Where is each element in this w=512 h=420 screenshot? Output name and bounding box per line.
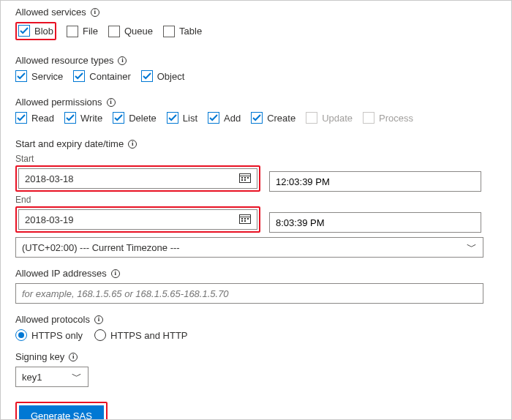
checkbox-label: Update <box>322 113 353 124</box>
radio-box <box>15 329 27 341</box>
svg-rect-10 <box>244 218 246 220</box>
checkbox-label: Add <box>224 113 241 124</box>
start-date-value: 2018-03-18 <box>25 173 74 184</box>
checkbox-box <box>18 25 30 37</box>
allowed-services-header: Allowed services i <box>15 7 497 18</box>
checkbox-label: Container <box>89 71 130 82</box>
signing-key-header: Signing key i <box>15 351 497 362</box>
checkbox-box <box>15 70 27 82</box>
checkbox-label: Queue <box>124 26 153 37</box>
calendar-icon <box>239 173 251 185</box>
signing-key-select[interactable]: key1 ﹀ <box>15 367 89 387</box>
generate-sas-highlight: Generate SAS <box>15 402 108 420</box>
allowed-ip-header: Allowed IP addresses i <box>15 268 497 279</box>
checkbox-box <box>251 112 263 124</box>
checkbox-box <box>306 112 317 124</box>
checkbox-label: Read <box>31 113 54 124</box>
chevron-down-icon: ﹀ <box>72 370 82 383</box>
allowed-ip-section: Allowed IP addresses i <box>15 268 497 304</box>
permission-add-checkbox[interactable]: Add <box>208 112 241 124</box>
permission-delete-checkbox[interactable]: Delete <box>113 112 157 124</box>
checkbox-label: File <box>83 26 98 37</box>
radio-label: HTTPS and HTTP <box>110 330 187 341</box>
end-date-input[interactable]: 2018-03-19 <box>18 209 257 230</box>
checkbox-box <box>113 112 124 124</box>
allowed-resource-types-section: Allowed resource types i ServiceContaine… <box>15 55 497 82</box>
start-time-input[interactable] <box>269 171 481 192</box>
signing-key-value: key1 <box>22 372 42 383</box>
checkbox-box <box>64 112 76 124</box>
permission-read-checkbox[interactable]: Read <box>15 112 54 124</box>
permission-update-checkbox: Update <box>306 112 353 124</box>
allowed-resource-types-label: Allowed resource types <box>15 55 113 66</box>
end-date-highlight: 2018-03-19 <box>15 206 260 233</box>
svg-rect-9 <box>241 218 243 220</box>
allowed-protocols-header: Allowed protocols i <box>15 314 497 325</box>
generate-sas-button[interactable]: Generate SAS <box>19 405 104 420</box>
info-icon[interactable]: i <box>111 269 120 278</box>
service-blob-checkbox[interactable]: Blob <box>18 25 53 37</box>
checkbox-box <box>163 26 175 37</box>
permission-write-checkbox[interactable]: Write <box>64 112 102 124</box>
info-icon[interactable]: i <box>94 315 103 324</box>
checkbox-box <box>141 70 153 82</box>
service-queue-checkbox[interactable]: Queue <box>108 26 153 37</box>
timezone-value: (UTC+02:00) --- Current Timezone --- <box>22 242 180 253</box>
info-icon[interactable]: i <box>128 140 137 149</box>
calendar-icon <box>239 214 251 226</box>
info-icon[interactable]: i <box>69 353 78 361</box>
allowed-services-label: Allowed services <box>15 7 86 18</box>
checkbox-box <box>73 70 85 82</box>
resource-container-checkbox[interactable]: Container <box>73 70 130 82</box>
svg-rect-5 <box>241 179 243 181</box>
radio-box <box>94 329 106 341</box>
service-table-checkbox[interactable]: Table <box>163 26 202 37</box>
chevron-down-icon: ﹀ <box>467 241 477 254</box>
start-date-input[interactable]: 2018-03-18 <box>18 168 257 189</box>
checkbox-label: Create <box>267 113 295 124</box>
permission-create-checkbox[interactable]: Create <box>251 112 295 124</box>
service-file-checkbox[interactable]: File <box>67 26 98 37</box>
svg-rect-4 <box>247 177 249 179</box>
checkbox-label: Table <box>179 26 202 37</box>
radio-label: HTTPS only <box>31 330 83 341</box>
checkbox-box <box>208 112 219 124</box>
info-icon[interactable]: i <box>107 98 116 107</box>
start-date-highlight: 2018-03-18 <box>15 165 260 192</box>
allowed-permissions-header: Allowed permissions i <box>15 97 497 108</box>
checkbox-box <box>167 112 178 124</box>
timezone-select[interactable]: (UTC+02:00) --- Current Timezone --- ﹀ <box>15 237 483 258</box>
signing-key-label: Signing key <box>15 351 64 362</box>
datetime-header: Start and expiry date/time i <box>15 138 497 149</box>
start-label: Start <box>15 154 497 164</box>
checkbox-label: Object <box>157 71 185 82</box>
protocols-row: HTTPS onlyHTTPS and HTTP <box>15 329 497 341</box>
start-row: 2018-03-18 <box>15 165 497 192</box>
resource-object-checkbox[interactable]: Object <box>141 70 185 82</box>
resource-service-checkbox[interactable]: Service <box>15 70 63 82</box>
checkbox-label: Write <box>80 113 102 124</box>
allowed-permissions-section: Allowed permissions i ReadWriteDeleteLis… <box>15 97 497 124</box>
allowed-ip-label: Allowed IP addresses <box>15 268 107 279</box>
svg-rect-13 <box>244 220 246 222</box>
permissions-row: ReadWriteDeleteListAddCreateUpdateProces… <box>15 112 497 124</box>
checkbox-label: Delete <box>129 113 157 124</box>
checkbox-label: Service <box>31 71 63 82</box>
service-blob-highlight: Blob <box>15 22 56 40</box>
checkbox-box <box>67 26 78 37</box>
info-icon[interactable]: i <box>91 8 99 17</box>
checkbox-box <box>363 112 374 124</box>
protocol-radio[interactable]: HTTPS only <box>15 329 83 341</box>
svg-rect-3 <box>244 177 246 179</box>
end-time-input[interactable] <box>269 212 481 233</box>
permission-list-checkbox[interactable]: List <box>167 112 197 124</box>
info-icon[interactable]: i <box>118 56 127 65</box>
svg-rect-12 <box>241 220 243 222</box>
ip-input[interactable] <box>15 283 483 304</box>
checkbox-box <box>15 112 27 124</box>
datetime-label: Start and expiry date/time <box>15 138 124 149</box>
permission-process-checkbox: Process <box>363 112 413 124</box>
end-date-value: 2018-03-19 <box>25 214 74 225</box>
protocol-radio[interactable]: HTTPS and HTTP <box>94 329 187 341</box>
checkbox-label: List <box>183 113 197 124</box>
